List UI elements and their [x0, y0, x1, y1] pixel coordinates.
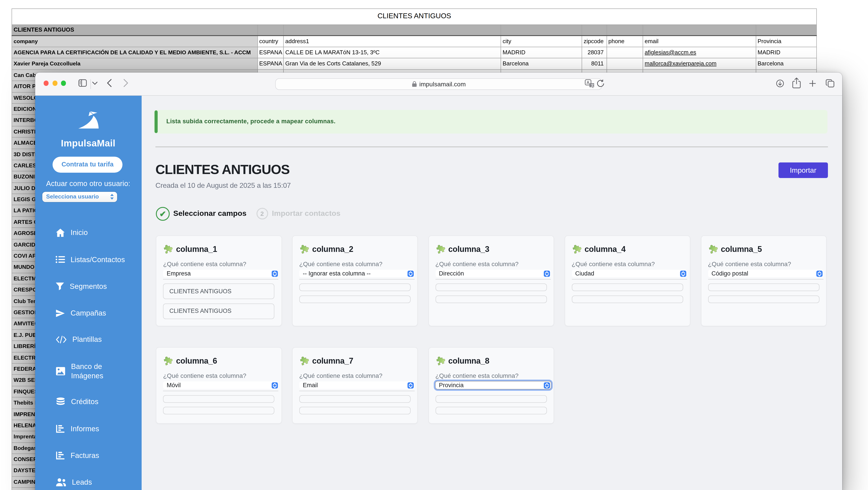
svg-text:文: 文: [590, 84, 594, 87]
svg-text:A: A: [586, 80, 589, 85]
